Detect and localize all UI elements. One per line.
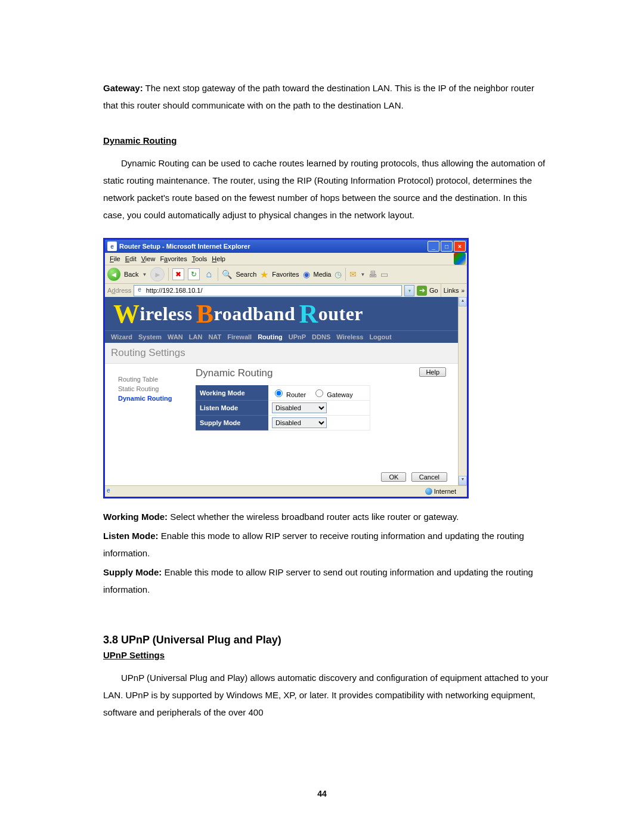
nav-wireless[interactable]: Wireless (336, 333, 363, 340)
nav-firewall[interactable]: Firewall (227, 333, 252, 340)
nav-logout[interactable]: Logout (369, 333, 391, 340)
gateway-text: The next stop gateway of the path toward… (103, 83, 534, 110)
separator (345, 268, 346, 281)
lm-label: Listen Mode: (103, 531, 159, 541)
print-icon[interactable]: 🖶 (369, 270, 377, 279)
nav-routing[interactable]: Routing (258, 333, 283, 340)
address-bar: Address e ▾ ➔ Go Links » (105, 284, 467, 297)
side-dynamic-routing[interactable]: Dynamic Routing (118, 395, 196, 402)
page-icon: e (135, 286, 143, 295)
cancel-button[interactable]: Cancel (411, 472, 447, 482)
help-button[interactable]: Help (419, 367, 446, 377)
back-button[interactable]: ◄ (107, 268, 120, 281)
media-label: Media (314, 271, 332, 278)
mail-dropdown-icon[interactable]: ▼ (360, 272, 365, 277)
document-page: Gateway: The next stop gateway of the pa… (0, 0, 644, 833)
supply-mode-paragraph: Supply Mode: Enable this mode to allow R… (103, 563, 550, 598)
dynamic-routing-paragraph: Dynamic Routing can be used to cache rou… (103, 154, 550, 224)
ok-button[interactable]: OK (381, 472, 406, 482)
menu-file[interactable]: File (110, 255, 120, 262)
edit-icon[interactable]: ▭ (380, 270, 388, 279)
menu-tools[interactable]: Tools (192, 255, 208, 262)
home-button[interactable]: ⌂ (203, 269, 214, 280)
supply-mode-label: Supply Mode (196, 416, 268, 431)
minimize-button[interactable]: _ (428, 241, 439, 252)
favorites-label: Favorites (272, 271, 299, 278)
nav-system[interactable]: System (138, 333, 162, 340)
separator (441, 284, 441, 297)
wm-text: Select whether the wireless broadband ro… (168, 512, 459, 522)
ie-icon: e (107, 241, 117, 251)
gateway-paragraph: Gateway: The next stop gateway of the pa… (103, 79, 550, 114)
status-bar: e Internet (105, 485, 467, 497)
nav-lan[interactable]: LAN (189, 333, 203, 340)
globe-icon (425, 488, 432, 495)
pane-title: Dynamic Routing (196, 367, 273, 379)
browser-window: e Router Setup - Microsoft Internet Expl… (103, 238, 469, 498)
upnp-paragraph: UPnP (Universal Plug and Play) allows au… (103, 669, 550, 721)
upnp-subheading: UPnP Settings (103, 650, 550, 660)
search-label: Search (236, 271, 256, 278)
side-static-routing[interactable]: Static Routing (118, 385, 196, 392)
gateway-label: Gateway: (103, 83, 143, 93)
browser-viewport: Wireless Broadband Router WizardSystemWA… (105, 297, 467, 485)
dynamic-routing-heading: Dynamic Routing (103, 135, 550, 145)
menu-view[interactable]: View (141, 255, 156, 262)
go-label: Go (429, 287, 438, 294)
router-nav: WizardSystemWANLANNATFirewallRoutingUPnP… (105, 330, 458, 343)
working-mode-paragraph: Working Mode: Select whether the wireles… (103, 508, 550, 525)
back-dropdown-icon[interactable]: ▼ (142, 272, 147, 277)
nav-wizard[interactable]: Wizard (111, 333, 132, 340)
zone-indicator: Internet (425, 486, 456, 497)
settings-table: Working Mode Router Gateway Listen Mode … (196, 385, 370, 431)
media-icon[interactable]: ◉ (303, 270, 310, 279)
maximize-button[interactable]: □ (441, 241, 453, 252)
address-box: e (134, 285, 402, 296)
close-button[interactable]: × (454, 241, 466, 252)
section-title: Routing Settings (105, 343, 458, 364)
window-title: Router Setup - Microsoft Internet Explor… (119, 243, 250, 250)
sm-text: Enable this mode to allow RIP server to … (103, 567, 533, 594)
settings-pane: Dynamic Routing Help Working Mode Router… (196, 367, 458, 460)
url-input[interactable] (145, 286, 401, 295)
upnp-heading: 3.8 UPnP (Universal Plug and Play) (103, 634, 550, 646)
nav-upnp[interactable]: UPnP (289, 333, 306, 340)
toolbar: ◄ Back ▼ ► ✖ ↻ ⌂ 🔍 Search ★ Favorites ◉ … (105, 265, 467, 284)
menu-bar: File Edit View Favorites Tools Help (105, 253, 467, 265)
scroll-up-icon[interactable]: ▴ (459, 297, 467, 306)
nav-ddns[interactable]: DDNS (312, 333, 330, 340)
scroll-track[interactable] (459, 306, 467, 476)
go-button[interactable]: ➔ (417, 286, 427, 296)
nav-wan[interactable]: WAN (168, 333, 183, 340)
refresh-button[interactable]: ↻ (188, 268, 200, 280)
address-dropdown-icon[interactable]: ▾ (404, 285, 414, 296)
listen-mode-label: Listen Mode (196, 401, 268, 416)
links-chevron-icon[interactable]: » (461, 287, 465, 294)
mail-icon[interactable]: ✉ (349, 270, 357, 279)
listen-mode-select[interactable]: Disabled (272, 402, 327, 413)
back-label: Back (124, 271, 138, 278)
nav-nat[interactable]: NAT (208, 333, 221, 340)
title-bar: e Router Setup - Microsoft Internet Expl… (105, 240, 467, 253)
scroll-down-icon[interactable]: ▾ (459, 476, 467, 485)
menu-help[interactable]: Help (212, 255, 225, 262)
stop-button[interactable]: ✖ (172, 268, 184, 280)
menu-favorites[interactable]: Favorites (160, 255, 187, 262)
forward-button[interactable]: ► (150, 267, 165, 281)
wm-label: Working Mode: (103, 512, 168, 522)
dialog-buttons: OK Cancel (105, 465, 458, 485)
history-icon[interactable]: ◷ (335, 270, 342, 279)
separator (168, 268, 169, 281)
search-icon[interactable]: 🔍 (222, 270, 232, 279)
lm-text: Enable this mode to allow RIP server to … (103, 531, 524, 558)
router-banner: Wireless Broadband Router (105, 297, 458, 330)
gateway-radio[interactable]: Gateway (312, 391, 352, 398)
links-label[interactable]: Links (444, 287, 459, 294)
separator (218, 268, 218, 281)
router-radio[interactable]: Router (272, 391, 306, 398)
menu-edit[interactable]: Edit (125, 255, 137, 262)
favorites-icon[interactable]: ★ (260, 269, 268, 280)
side-routing-table[interactable]: Routing Table (118, 376, 196, 383)
supply-mode-select[interactable]: Disabled (272, 417, 327, 428)
scrollbar[interactable]: ▴ ▾ (458, 297, 467, 485)
